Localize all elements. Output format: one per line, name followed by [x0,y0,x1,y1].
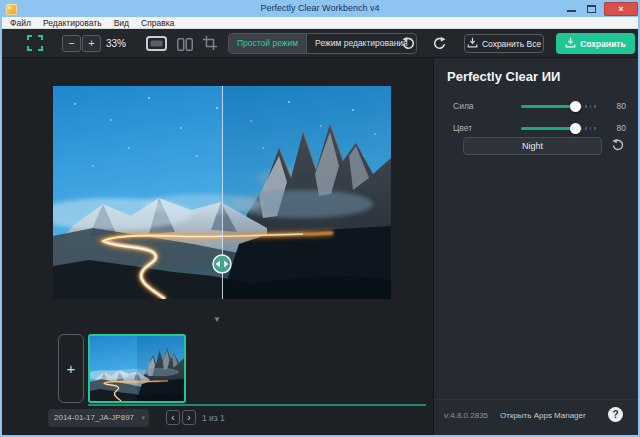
slider-fill [521,127,576,130]
color-slider[interactable] [521,127,596,130]
apps-manager-link[interactable]: Открыть Apps Manager [500,411,586,420]
save-button[interactable]: Сохранить [556,33,635,54]
download-icon [565,37,576,50]
add-image-button[interactable]: + [58,334,84,403]
save-label: Сохранить [580,39,626,49]
menu-bar: Файл Редактировать Вид Справка [2,17,638,29]
minimize-button[interactable] [567,10,576,12]
slider-value: 80 [596,123,626,133]
image-canvas: ▼ + 2014-01-17_JA-JP897 ▾ ‹ › 1 из 1 [2,58,433,435]
slider-label: Цвет [453,123,521,133]
reset-icon[interactable] [611,138,625,152]
photo-preview[interactable] [53,86,391,299]
single-view-icon[interactable] [146,36,167,55]
slider-handle[interactable] [570,123,581,134]
close-button[interactable]: × [604,2,638,16]
filename-label: 2014-01-17_JA-JP897 [54,413,134,422]
filmstrip-collapse-icon[interactable]: ▼ [213,315,221,324]
window-title: Perfectly Clear Workbench v4 [2,3,638,13]
slider-handle[interactable] [570,101,581,112]
menu-help[interactable]: Справка [135,17,180,29]
app-window: Perfectly Clear Workbench v4 × Файл Реда… [0,0,640,437]
edit-mode-tab[interactable]: Режим редактирования [306,34,416,53]
split-view-icon[interactable] [177,37,193,55]
panel-title: Perfectly Clear ИИ [447,69,560,84]
thumbnail-selected[interactable] [88,334,186,403]
download-icon [467,37,478,50]
toolbar: − + 33% Простой режим Режим редактирован… [2,29,638,58]
title-bar: Perfectly Clear Workbench v4 × [2,2,638,17]
menu-edit[interactable]: Редактировать [37,17,108,29]
undo-icon[interactable] [401,36,416,51]
zoom-out-button[interactable]: − [62,35,81,52]
adjustments-panel: Perfectly Clear ИИ Сила 80 Цвет 80 [433,58,638,435]
filename-dropdown[interactable]: 2014-01-17_JA-JP897 ▾ [48,409,149,427]
slider-row-color: Цвет 80 [453,121,628,135]
mode-switch: Простой режим Режим редактирования [228,33,417,54]
preset-night-button[interactable]: Night [463,137,602,155]
panel-separator [434,399,638,400]
slider-value: 80 [596,101,626,111]
zoom-level: 33% [106,38,126,49]
maximize-button[interactable] [587,5,596,13]
zoom-in-button[interactable]: + [82,35,101,52]
strength-slider[interactable] [521,105,596,108]
previous-image-button[interactable]: ‹ [166,410,180,425]
chevron-down-icon: ▾ [141,409,145,427]
help-button[interactable]: ? [608,407,623,422]
version-label: v:4.8.0.2835 [444,411,488,420]
image-counter: 1 из 1 [202,413,225,423]
compare-handle-icon[interactable] [212,254,232,274]
fit-screen-icon[interactable] [27,35,43,51]
menu-file[interactable]: Файл [4,17,37,29]
save-all-button[interactable]: Сохранить Все [464,34,544,53]
slider-label: Сила [453,101,521,111]
slider-fill [521,105,576,108]
redo-icon[interactable] [432,36,447,51]
menu-view[interactable]: Вид [108,17,135,29]
main-area: ▼ + 2014-01-17_JA-JP897 ▾ ‹ › 1 из 1 Per… [2,58,638,435]
next-image-button[interactable]: › [182,410,196,425]
slider-row-strength: Сила 80 [453,99,628,113]
save-all-label: Сохранить Все [482,39,541,49]
thumbnail-image [90,336,184,401]
simple-mode-tab[interactable]: Простой режим [229,34,306,53]
crop-icon[interactable] [203,36,217,54]
filmstrip-progress-line [88,404,426,406]
